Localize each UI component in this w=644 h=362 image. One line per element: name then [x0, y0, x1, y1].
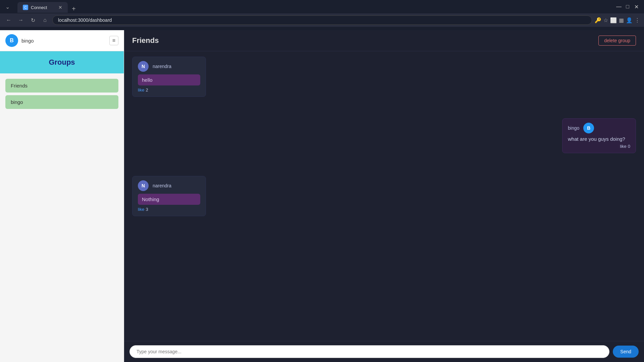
close-button[interactable]: ✕: [634, 4, 639, 9]
own-msg-text: what are you guys doing?: [568, 136, 630, 142]
msg-header-2: N narendra: [138, 180, 200, 191]
hamburger-button[interactable]: ≡: [109, 36, 118, 45]
app-layout: B bingo ≡ Groups Friends bingo Friends d…: [0, 30, 644, 362]
message-card-2: N narendra Nothing like 3: [132, 176, 636, 216]
more-options-icon[interactable]: ⋮: [635, 17, 640, 23]
minimize-button[interactable]: —: [616, 4, 621, 9]
browser-action-icons: 🔑 ☆ ⬜ ▦ 👤 ⋮: [595, 17, 640, 23]
delete-group-button[interactable]: delete group: [598, 36, 636, 46]
own-like-label: like: [620, 144, 627, 149]
like-count-1: 2: [146, 87, 148, 93]
like-link-1[interactable]: like: [138, 87, 145, 93]
group-item-bingo[interactable]: bingo: [5, 95, 118, 109]
user-name: bingo: [21, 38, 34, 44]
msg-avatar-2: N: [138, 180, 149, 191]
own-msg-footer: like 0: [568, 144, 630, 149]
back-button[interactable]: ←: [4, 15, 13, 25]
group-item-label: bingo: [11, 99, 23, 105]
tab-favicon: C: [23, 5, 28, 10]
refresh-button[interactable]: ↻: [28, 15, 38, 25]
user-avatar: B: [5, 34, 18, 47]
group-list: Friends bingo: [0, 73, 124, 114]
window-controls: — □ ✕: [616, 4, 641, 9]
chat-title: Friends: [132, 36, 159, 45]
extensions-icon[interactable]: ⬜: [610, 17, 617, 23]
msg-avatar-1: N: [138, 61, 149, 72]
own-message-wrapper: bingo B what are you guys doing? like 0: [562, 118, 636, 153]
own-msg-avatar: B: [583, 123, 594, 133]
maximize-button[interactable]: □: [625, 4, 630, 9]
msg-footer-2: like 3: [138, 207, 200, 212]
chat-header: Friends delete group: [124, 30, 644, 51]
sidebar-icon[interactable]: ▦: [619, 17, 624, 23]
groups-header: Groups: [0, 51, 124, 73]
address-input[interactable]: [52, 15, 592, 25]
new-tab-button[interactable]: +: [69, 5, 78, 13]
input-area: Send: [124, 341, 644, 362]
browser-more-button[interactable]: ⌄: [3, 2, 12, 11]
msg-sender-1: narendra: [153, 64, 171, 69]
msg-text-2: Nothing: [138, 194, 200, 205]
msg-bubble-card-2: N narendra Nothing like 3: [132, 176, 206, 216]
browser-chrome: ⌄ C Connect ✕ + — □ ✕ ← → ↻ ⌂ 🔑 ☆ ⬜ ▦ 👤: [0, 0, 644, 30]
browser-controls: ⌄: [3, 2, 12, 11]
sidebar-header: B bingo ≡: [0, 30, 124, 51]
profile-icon[interactable]: 👤: [626, 17, 633, 23]
msg-footer-1: like 2: [138, 87, 200, 93]
tab-bar: C Connect ✕ +: [15, 1, 614, 13]
msg-text-1: hello: [138, 74, 200, 85]
own-msg-header: bingo B: [568, 123, 630, 133]
like-count-2: 3: [146, 207, 148, 212]
bookmark-icon[interactable]: ☆: [603, 17, 608, 23]
tab-title: Connect: [31, 5, 47, 10]
home-button[interactable]: ⌂: [40, 15, 50, 25]
msg-header-1: N narendra: [138, 61, 200, 72]
active-tab[interactable]: C Connect ✕: [17, 2, 68, 13]
sidebar: B bingo ≡ Groups Friends bingo: [0, 30, 124, 362]
like-link-2[interactable]: like: [138, 207, 145, 212]
message-input[interactable]: [129, 345, 609, 358]
messages-area[interactable]: N narendra hello like 2 bingo B: [124, 51, 644, 341]
send-button[interactable]: Send: [613, 346, 639, 358]
tab-close-button[interactable]: ✕: [58, 5, 62, 10]
title-bar: ⌄ C Connect ✕ + — □ ✕: [0, 0, 644, 13]
msg-bubble-card-1: N narendra hello like 2: [132, 57, 206, 97]
address-bar-row: ← → ↻ ⌂ 🔑 ☆ ⬜ ▦ 👤 ⋮: [0, 13, 644, 27]
message-card-1: N narendra hello like 2: [132, 57, 206, 97]
group-item-label: Friends: [11, 83, 28, 88]
forward-button[interactable]: →: [16, 15, 25, 25]
password-icon[interactable]: 🔑: [595, 17, 601, 23]
main-content: Friends delete group N narendra hello li…: [124, 30, 644, 362]
groups-title: Groups: [7, 58, 117, 67]
own-msg-sender: bingo: [568, 125, 579, 131]
msg-sender-2: narendra: [153, 183, 171, 188]
own-msg-card: bingo B what are you guys doing? like 0: [562, 118, 636, 153]
group-item-friends[interactable]: Friends: [5, 79, 118, 93]
own-like-count: 0: [628, 144, 630, 149]
